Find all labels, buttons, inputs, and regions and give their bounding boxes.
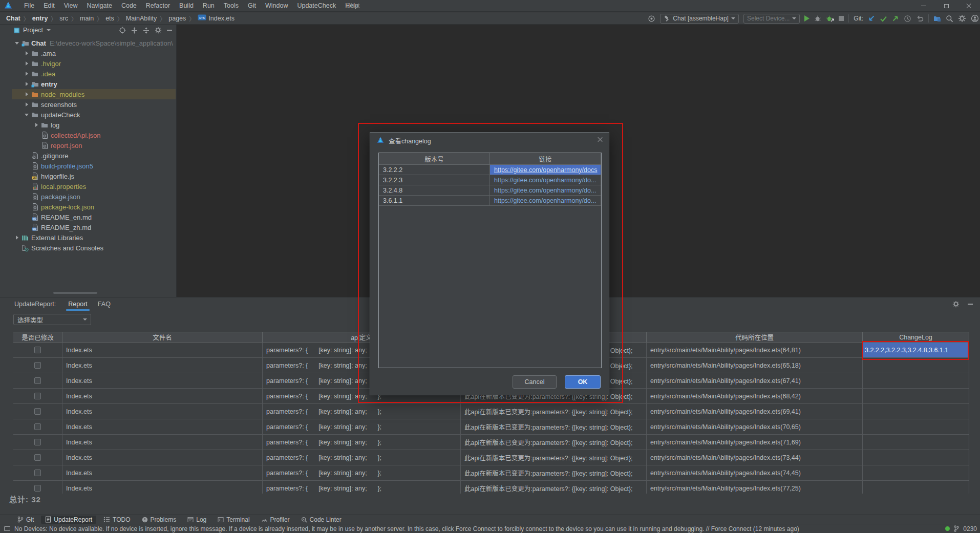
chevron-collapsed-icon[interactable] <box>23 61 30 66</box>
panel-gear-icon[interactable] <box>952 301 960 308</box>
run-button[interactable] <box>804 15 809 22</box>
stop-button[interactable] <box>839 16 844 21</box>
toolwindow-profiler[interactable]: Profiler <box>257 516 294 524</box>
rollback-icon[interactable] <box>916 15 924 22</box>
tree-item-external-libraries[interactable]: External Libraries <box>12 232 176 243</box>
tree-item-package-json[interactable]: package.json <box>12 191 176 202</box>
tree-item-hvigorfile-js[interactable]: JShvigorfile.js <box>12 171 176 181</box>
tree-item-local-properties[interactable]: local.properties <box>12 181 176 191</box>
tree-item-screenshots[interactable]: screenshots <box>12 99 176 110</box>
breadcrumb-ets[interactable]: ets <box>105 15 114 22</box>
profile-icon[interactable] <box>826 15 834 23</box>
device-select[interactable]: Select Device... <box>743 14 800 24</box>
menu-refactor[interactable]: Refactor <box>141 1 175 11</box>
git-update-icon[interactable] <box>868 15 875 22</box>
changelog-cell[interactable] <box>863 465 969 480</box>
tree-item-hvigor[interactable]: .hvigor <box>12 58 176 69</box>
changelog-link[interactable]: https://gitee.com/openharmony/do... <box>494 177 596 184</box>
tree-item-build-profile-json5[interactable]: build-profile.json5 <box>12 161 176 171</box>
breadcrumb-pages[interactable]: pages <box>168 15 186 22</box>
changelog-cell[interactable] <box>863 450 969 465</box>
hide-panel-icon[interactable] <box>167 30 172 31</box>
menu-navigate[interactable]: Navigate <box>82 1 117 11</box>
locate-file-icon[interactable] <box>119 27 126 34</box>
changelog-cell[interactable] <box>863 481 969 494</box>
menu-file[interactable]: File <box>19 1 39 11</box>
chevron-collapsed-icon[interactable] <box>23 82 30 86</box>
tree-item-gitignore[interactable]: .gitignore <box>12 151 176 161</box>
modified-checkbox[interactable] <box>34 439 41 445</box>
settings-gear-icon[interactable] <box>958 14 966 23</box>
toolwindow-git[interactable]: Git <box>13 516 38 524</box>
breadcrumb-mainability[interactable]: MainAbility <box>126 15 157 22</box>
tree-item-node-modules[interactable]: node_modules <box>12 89 176 99</box>
tree-item-idea[interactable]: .idea <box>12 69 176 79</box>
project-structure-icon[interactable] <box>933 15 941 22</box>
chevron-collapsed-icon[interactable] <box>13 236 20 240</box>
toolwindow-updatereport[interactable]: UpdateReport <box>41 516 96 524</box>
chevron-expanded-icon[interactable] <box>13 42 20 45</box>
dialog-column-header-[interactable]: 链接 <box>490 153 601 164</box>
chevron-collapsed-icon[interactable] <box>23 72 30 76</box>
tree-item-ama[interactable]: .ama <box>12 48 176 58</box>
version-cell[interactable]: 3.2.2.2 <box>379 165 490 175</box>
modified-checkbox[interactable] <box>34 347 41 353</box>
changelog-link[interactable]: https://gitee.com/openharmony/do... <box>494 197 596 204</box>
tree-item-package-lock-json[interactable]: package-lock.json <box>12 202 176 212</box>
tree-item-entry[interactable]: entry <box>12 79 176 89</box>
column-header-[interactable]: 代码所在位置 <box>647 332 863 342</box>
breadcrumb-chat[interactable]: Chat <box>6 15 20 22</box>
modified-checkbox[interactable] <box>34 377 41 384</box>
modified-checkbox[interactable] <box>34 470 41 476</box>
history-icon[interactable] <box>904 15 911 23</box>
run-configuration-select[interactable]: Chat [assembleHap] <box>660 14 739 24</box>
toolwindow-code-linter[interactable]: Code Linter <box>297 516 346 524</box>
modified-checkbox[interactable] <box>34 408 41 415</box>
account-icon[interactable] <box>971 14 979 23</box>
panel-settings-gear-icon[interactable] <box>155 27 162 34</box>
breadcrumb-src[interactable]: src <box>59 15 68 22</box>
changelog-cell[interactable] <box>863 435 969 450</box>
changelog-cell[interactable] <box>863 419 969 434</box>
chevron-expanded-icon[interactable] <box>23 114 30 116</box>
tab-faq[interactable]: FAQ <box>93 297 116 311</box>
git-branch-name[interactable]: 0230 <box>963 525 977 532</box>
chevron-collapsed-icon[interactable] <box>23 51 30 55</box>
tab-report[interactable]: Report <box>63 297 93 311</box>
tree-item-chat[interactable]: ChatE:\deveco-workSpace\simple_applicati… <box>12 38 176 48</box>
version-cell[interactable]: 3.2.2.3 <box>379 175 490 185</box>
git-push-icon[interactable] <box>892 15 899 22</box>
changelog-cell[interactable] <box>863 373 969 388</box>
toolwindow-terminal[interactable]: Terminal <box>214 516 253 524</box>
link-cell[interactable]: https://gitee.com/openharmony/do... <box>490 185 601 195</box>
menu-code[interactable]: Code <box>117 1 141 11</box>
tree-item-updatecheck[interactable]: updateCheck <box>12 110 176 120</box>
ok-button[interactable]: OK <box>565 375 601 389</box>
horizontal-scrollbar[interactable] <box>53 292 97 294</box>
breadcrumb-index-ets[interactable]: ETSIndex.ets <box>198 14 235 22</box>
modified-checkbox[interactable] <box>34 393 41 399</box>
changelog-cell[interactable] <box>863 389 969 403</box>
debug-icon[interactable] <box>814 15 821 22</box>
modified-checkbox[interactable] <box>34 423 41 430</box>
menu-run[interactable]: Run <box>198 1 219 11</box>
menu-git[interactable]: Git <box>243 1 261 11</box>
modified-checkbox[interactable] <box>34 454 41 461</box>
column-header-[interactable]: 是否已修改 <box>13 332 62 342</box>
type-filter-select[interactable]: 选择类型 <box>13 314 91 325</box>
modified-checkbox[interactable] <box>34 485 41 492</box>
menu-tools[interactable]: Tools <box>219 1 243 11</box>
collapse-all-icon[interactable] <box>143 27 150 34</box>
version-cell[interactable]: 3.2.4.8 <box>379 185 490 195</box>
tree-item-log[interactable]: log <box>12 120 176 130</box>
changelog-cell[interactable] <box>863 358 969 373</box>
device-manager-icon[interactable] <box>648 15 655 23</box>
column-header-changelog[interactable]: ChangeLog <box>863 332 969 342</box>
menu-edit[interactable]: Edit <box>39 1 59 11</box>
toolwindow-todo[interactable]: TODO <box>99 516 134 524</box>
version-cell[interactable]: 3.6.1.1 <box>379 196 490 205</box>
column-header-[interactable]: 文件名 <box>62 332 263 342</box>
status-message[interactable]: No Devices: No device available. If no d… <box>14 525 799 532</box>
dialog-column-header-[interactable]: 版本号 <box>379 153 490 164</box>
minimize-button[interactable] <box>912 0 935 12</box>
